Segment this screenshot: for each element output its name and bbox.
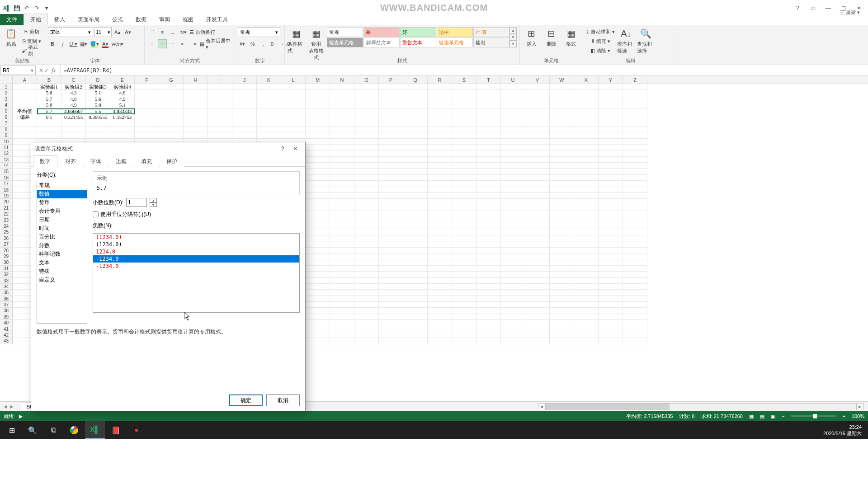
cell[interactable] [428,217,452,223]
cell[interactable] [574,114,599,120]
cell[interactable] [354,211,379,217]
view-layout-icon[interactable]: ▤ [760,413,764,419]
cell[interactable] [476,96,501,102]
row-header[interactable]: 15 [0,169,13,174]
indent-increase-button[interactable]: ⇥ [189,39,198,48]
cell[interactable] [599,314,623,320]
cell[interactable] [501,187,525,193]
cell[interactable] [599,290,623,296]
cell[interactable] [257,84,281,90]
cell[interactable] [599,223,623,229]
cell[interactable] [403,235,428,241]
cell[interactable] [550,296,574,302]
save-icon[interactable]: 💾 [13,4,21,12]
cell[interactable] [574,338,599,344]
row-header[interactable]: 31 [0,266,13,272]
cell[interactable] [354,120,379,126]
cell[interactable] [184,108,208,114]
cell[interactable] [354,217,379,223]
cell[interactable] [599,308,623,314]
cell[interactable] [330,181,354,187]
cell[interactable] [354,145,379,150]
cell[interactable]: 4.3 [61,90,86,96]
cell[interactable] [525,114,550,120]
cell[interactable]: 实验组3 [86,84,110,90]
cell[interactable] [452,290,476,296]
number-format-combo[interactable]: 常规▾ [238,27,280,37]
cell[interactable] [574,150,599,156]
increase-decimal-button[interactable]: .0→ [269,39,279,48]
cell[interactable] [476,302,501,308]
column-header[interactable]: K [257,76,281,84]
cell[interactable] [306,157,330,163]
cell[interactable] [379,114,403,120]
tab-view[interactable]: 视图 [176,14,200,25]
cell[interactable] [306,229,330,235]
cell[interactable] [232,96,257,102]
cell[interactable] [501,217,525,223]
decimal-spin-up[interactable]: ▲ [150,198,157,202]
cell[interactable] [476,108,501,114]
qat-customize-icon[interactable]: ▾ [42,4,51,12]
cell[interactable] [379,259,403,265]
row-header[interactable]: 20 [0,199,13,205]
cell[interactable] [574,175,599,181]
cell[interactable]: 平均值 [13,108,37,114]
cell[interactable] [476,169,501,174]
cell[interactable] [476,332,501,338]
format-cells-button[interactable]: ▦格式 [562,27,580,47]
cell[interactable] [354,314,379,320]
cell[interactable] [354,157,379,163]
cell[interactable] [428,253,452,259]
cell[interactable] [428,266,452,272]
cell[interactable] [525,296,550,302]
cell[interactable] [232,132,257,138]
column-header[interactable]: B [37,76,61,84]
cell[interactable] [501,259,525,265]
cell[interactable] [452,90,476,96]
cell[interactable] [599,338,623,344]
cell[interactable] [135,90,159,96]
negative-format-item[interactable]: 1234.0 [93,248,299,255]
find-select-button[interactable]: 🔍查找和选择 [637,27,655,54]
cell[interactable] [574,199,599,205]
border-button[interactable]: ▦▾ [79,39,88,48]
cell[interactable] [403,90,428,96]
cell[interactable] [623,266,647,272]
cell[interactable] [452,320,476,326]
cell[interactable] [452,199,476,205]
cell[interactable] [306,150,330,156]
cell[interactable] [135,108,159,114]
cell[interactable] [623,223,647,229]
increase-font-button[interactable]: A▴ [113,28,122,37]
cell[interactable] [599,235,623,241]
record-taskbar-icon[interactable]: ● [127,421,146,439]
cell[interactable] [525,235,550,241]
macro-record-icon[interactable]: ▶ [19,413,23,419]
cell[interactable] [428,284,452,290]
cell[interactable] [599,284,623,290]
row-header[interactable]: 41 [0,326,13,332]
cell[interactable] [354,278,379,284]
decimal-spin-down[interactable]: ▼ [150,202,157,207]
cell[interactable] [525,84,550,90]
cell[interactable] [306,139,330,145]
cell[interactable] [306,211,330,217]
cell[interactable] [501,102,525,108]
cell[interactable] [403,132,428,138]
cell[interactable] [476,296,501,302]
cell[interactable] [306,259,330,265]
cell[interactable] [525,320,550,326]
cell[interactable]: 5.7 [37,108,61,114]
style-gallery-item[interactable]: 差 [363,27,400,37]
cell[interactable] [37,120,61,126]
cell[interactable] [306,308,330,314]
cell[interactable] [232,102,257,108]
cell[interactable] [476,248,501,253]
row-header[interactable]: 5 [0,108,13,114]
cell[interactable] [354,132,379,138]
cell[interactable] [403,266,428,272]
cell[interactable] [599,205,623,211]
cell[interactable] [330,253,354,259]
cell[interactable] [599,181,623,187]
